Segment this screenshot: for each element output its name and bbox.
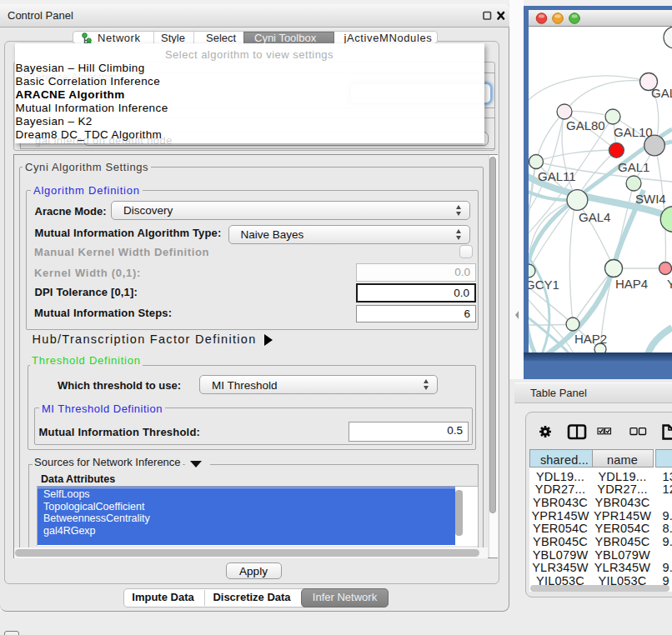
- svg-text:SWI4: SWI4: [635, 192, 666, 206]
- svg-text:Y: Y: [667, 277, 672, 291]
- svg-text:HAP4: HAP4: [615, 277, 648, 291]
- svg-text:GAL7: GAL7: [651, 86, 672, 100]
- svg-text:GAL11: GAL11: [538, 169, 576, 183]
- svg-text:GCY1: GCY1: [529, 278, 559, 292]
- svg-text:HAP2: HAP2: [574, 332, 607, 346]
- svg-text:GAL10: GAL10: [614, 125, 653, 139]
- svg-text:GAL1: GAL1: [618, 160, 649, 174]
- svg-text:GAL4: GAL4: [579, 210, 610, 224]
- svg-text:GAL80: GAL80: [566, 118, 605, 132]
